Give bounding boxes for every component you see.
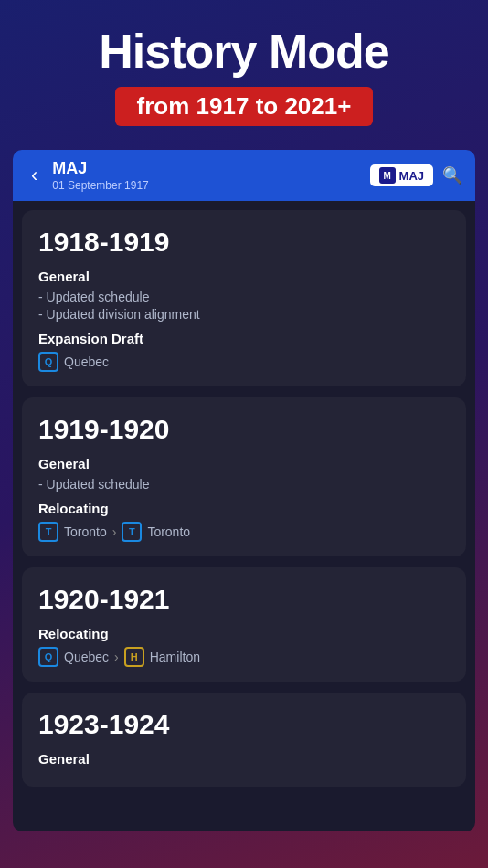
nav-right: M MAJ 🔍	[370, 164, 462, 186]
nav-date: 01 September 1917	[52, 179, 369, 192]
season-card-1923: 1923-1924 General	[22, 693, 466, 787]
toronto-to-icon: T	[122, 522, 142, 542]
subtitle-badge: from 1917 to 2021+	[115, 87, 374, 126]
relocating-label-1919: Relocating	[38, 501, 450, 516]
quebec-name: Quebec	[64, 355, 109, 369]
toronto-to-name: Toronto	[147, 524, 190, 539]
search-icon[interactable]: 🔍	[442, 165, 462, 185]
season-card-1919: 1919-1920 General - Updated schedule Rel…	[22, 397, 466, 556]
nav-title-block: MAJ 01 September 1917	[52, 159, 369, 192]
hamilton-to-icon: H	[124, 647, 144, 667]
quebec-from-icon: Q	[38, 647, 58, 667]
general-label: General	[38, 269, 450, 284]
item-updated-division: - Updated division alignment	[38, 307, 450, 322]
quebec-icon: Q	[38, 352, 58, 372]
general-label-1923: General	[38, 751, 450, 767]
general-label-1919: General	[38, 456, 450, 471]
arrow-icon: ›	[112, 524, 117, 539]
main-title: History Mode	[18, 26, 470, 78]
season-year-1920: 1920-1921	[38, 584, 450, 615]
nav-bar: ‹ MAJ 01 September 1917 M MAJ 🔍	[13, 150, 475, 201]
relocating-row-1919: T Toronto › T Toronto	[38, 522, 450, 542]
expansion-team-row: Q Quebec	[38, 352, 450, 372]
hamilton-to-name: Hamilton	[150, 650, 200, 664]
toronto-from-name: Toronto	[64, 524, 107, 539]
badge-label: MAJ	[399, 169, 424, 183]
team-badge[interactable]: M MAJ	[370, 164, 433, 186]
season-card-1918: 1918-1919 General - Updated schedule - U…	[22, 210, 466, 386]
badge-icon: M	[379, 167, 396, 184]
relocating-row-1920: Q Quebec › H Hamilton	[38, 647, 450, 667]
season-year-1919: 1919-1920	[38, 414, 450, 445]
toronto-from-icon: T	[38, 522, 58, 542]
season-card-1920: 1920-1921 Relocating Q Quebec › H Hamilt…	[22, 567, 466, 682]
season-year: 1918-1919	[38, 227, 450, 258]
item-updated-schedule-1919: - Updated schedule	[38, 477, 450, 492]
quebec-from-name: Quebec	[64, 650, 109, 664]
item-updated-schedule: - Updated schedule	[38, 290, 450, 304]
expansion-label: Expansion Draft	[38, 331, 450, 346]
relocating-label-1920: Relocating	[38, 626, 450, 641]
arrow-icon-2: ›	[114, 650, 119, 664]
header-section: History Mode from 1917 to 2021+	[0, 0, 488, 141]
back-button[interactable]: ‹	[26, 162, 43, 189]
nav-team-name: MAJ	[52, 159, 369, 178]
season-year-1923: 1923-1924	[38, 709, 450, 740]
content-area: 1918-1919 General - Updated schedule - U…	[13, 201, 475, 831]
